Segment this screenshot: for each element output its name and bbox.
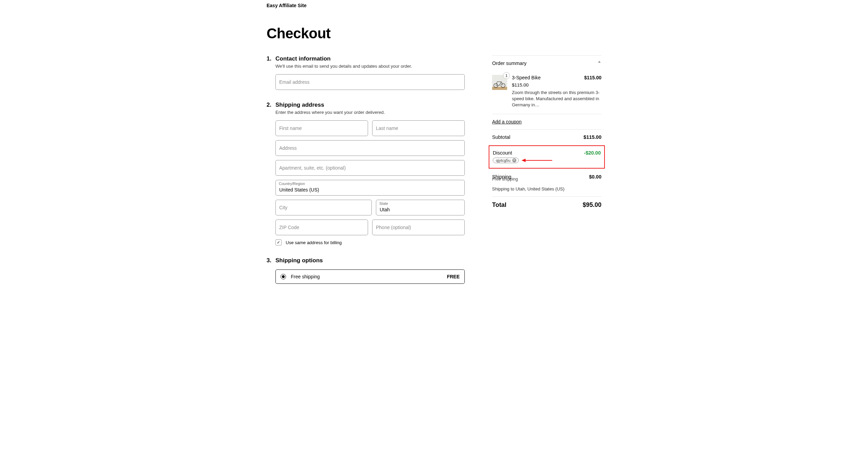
state-input[interactable] (376, 200, 465, 215)
total-label: Total (492, 201, 506, 209)
shipping-help: Enter the address where you want your or… (275, 110, 465, 115)
email-field[interactable] (275, 74, 465, 90)
state-field[interactable]: State (376, 200, 465, 215)
radio-icon (281, 274, 286, 279)
bike-icon (493, 80, 506, 88)
shipping-cost-value: $0.00 (589, 174, 601, 180)
shipping-option-price: FREE (447, 274, 460, 279)
same-billing-label: Use same address for billing (286, 240, 342, 245)
same-billing-checkbox[interactable]: ✓ (275, 239, 282, 246)
site-title: Easy Affiliate Site (267, 3, 601, 8)
order-summary-title: Order summary (492, 61, 527, 66)
shipping-destination: Shipping to Utah, United States (US) (492, 184, 601, 196)
chevron-up-icon[interactable]: ⌃ (597, 61, 601, 66)
product-line-price: $115.00 (584, 75, 601, 80)
last-name-field[interactable] (372, 120, 465, 136)
product-description: Zoom through the streets on this premium… (512, 90, 601, 108)
page-title: Checkout (267, 25, 601, 42)
state-label: State (379, 201, 388, 206)
qty-badge: 1 (503, 72, 510, 79)
product-unit-price: $115.00 (512, 82, 601, 88)
discount-value: -$20.00 (584, 150, 601, 156)
coupon-chip: qjytcg5u ✕ (493, 158, 519, 163)
coupon-code: qjytcg5u (496, 158, 511, 162)
city-field[interactable] (275, 200, 372, 215)
add-coupon-link[interactable]: Add a coupon (492, 119, 521, 124)
shipping-options-heading: Shipping options (275, 257, 465, 264)
svg-marker-3 (521, 159, 526, 162)
step-number: 3. (267, 257, 271, 284)
product-name: 3-Speed Bike (512, 75, 541, 80)
country-field[interactable]: Country/Region (275, 180, 465, 196)
check-icon: ✓ (277, 240, 280, 245)
zip-field[interactable] (275, 220, 368, 235)
product-thumbnail: 1 (492, 75, 507, 90)
step-number: 2. (267, 102, 271, 246)
discount-highlight: Discount -$20.00 qjytcg5u ✕ (489, 145, 605, 169)
shipping-option[interactable]: Free shipping FREE (275, 269, 465, 284)
address-field[interactable] (275, 140, 465, 156)
shipping-option-label: Free shipping (291, 274, 442, 279)
shipping-method-text: Free shipping (492, 177, 601, 184)
contact-heading: Contact information (275, 55, 465, 62)
shipping-heading: Shipping address (275, 102, 465, 108)
remove-coupon-icon[interactable]: ✕ (512, 158, 516, 162)
contact-help: We'll use this email to send you details… (275, 64, 465, 69)
step-number: 1. (267, 55, 271, 90)
total-value: $95.00 (583, 201, 601, 209)
first-name-field[interactable] (275, 120, 368, 136)
subtotal-label: Subtotal (492, 134, 510, 140)
subtotal-value: $115.00 (584, 134, 601, 140)
annotation-arrow-icon (521, 158, 552, 163)
country-label: Country/Region (279, 182, 305, 186)
discount-label: Discount (493, 150, 512, 156)
phone-field[interactable] (372, 220, 465, 235)
apartment-field[interactable] (275, 160, 465, 176)
